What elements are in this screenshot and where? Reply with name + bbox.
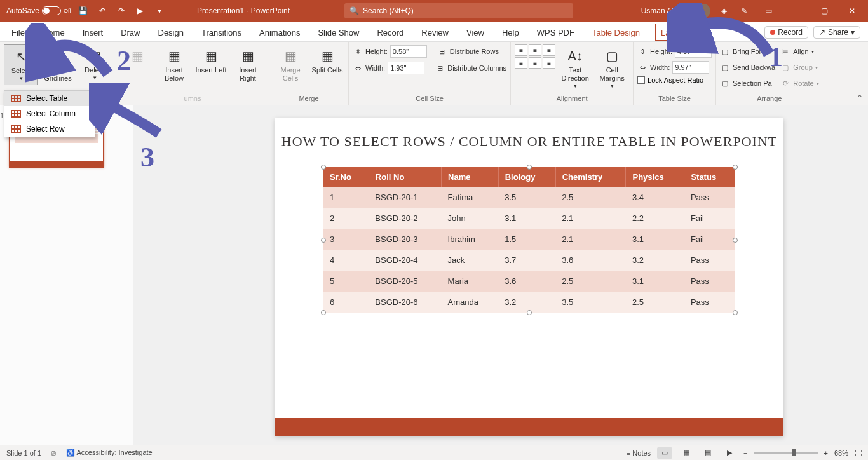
table-cell[interactable]: 2.1 [555, 229, 626, 250]
undo-icon[interactable]: ↶ [95, 4, 109, 18]
tab-file[interactable]: File [9, 24, 27, 41]
maximize-icon[interactable]: ▢ [813, 0, 835, 22]
close-icon[interactable]: ✕ [841, 0, 863, 22]
insert-left-button[interactable]: ▦Insert Left [194, 44, 228, 77]
table-row[interactable]: 2BSGD-20-2John3.12.12.2Fail [323, 208, 735, 229]
normal-view-button[interactable]: ▭ [657, 447, 672, 459]
tab-transitions[interactable]: Transitions [199, 24, 244, 41]
table-cell[interactable]: 3.6 [498, 271, 555, 292]
split-cells-button[interactable]: ▦Split Cells [310, 44, 344, 77]
table-cell[interactable]: 2.2 [626, 208, 684, 229]
selection-pane-button[interactable]: ▢Selection Pa [720, 76, 775, 90]
table-cell[interactable]: 4 [323, 250, 369, 271]
slideshow-icon[interactable]: ▶ [133, 4, 147, 18]
zoom-in-button[interactable]: + [824, 449, 828, 457]
table-cell[interactable]: 2.5 [555, 271, 626, 292]
language-icon[interactable]: ⎚ [51, 449, 56, 457]
fit-button[interactable]: ⛶ [855, 449, 862, 457]
align-middle-button[interactable]: ≡ [529, 57, 541, 69]
insert-right-button[interactable]: ▦Insert Right [231, 44, 265, 85]
text-direction-button[interactable]: A↕Text Direction▾ [558, 44, 592, 92]
tab-view[interactable]: View [464, 24, 487, 41]
table-row[interactable]: 4BSGD-20-4Jack3.73.63.2Pass [323, 250, 735, 271]
select-row-item[interactable]: Select Row [4, 121, 95, 137]
table-cell[interactable]: 3.1 [498, 208, 555, 229]
table-cell[interactable]: BSGD-20-3 [369, 229, 441, 250]
table-cell[interactable]: 2.5 [626, 292, 684, 313]
table-cell[interactable]: 2.5 [555, 187, 626, 208]
insert-below-button[interactable]: ▦Insert Below [157, 44, 191, 85]
select-column-item[interactable]: Select Column [4, 106, 95, 121]
share-button[interactable]: ↗Share▾ [813, 26, 860, 39]
tab-review[interactable]: Review [419, 24, 451, 41]
table-cell[interactable]: Pass [684, 271, 735, 292]
table-cell[interactable]: 1 [323, 187, 369, 208]
align-bottom-button[interactable]: ≡ [543, 57, 555, 69]
table-cell[interactable]: 6 [323, 292, 369, 313]
table-cell[interactable]: Pass [684, 187, 735, 208]
table-cell[interactable]: 3.5 [555, 292, 626, 313]
search-box[interactable]: 🔍 [344, 3, 573, 18]
table-cell[interactable]: 3.4 [626, 187, 684, 208]
tab-wpspdf[interactable]: WPS PDF [534, 24, 577, 41]
table-row[interactable]: 3BSGD-20-3Ibrahim1.52.13.1Fail [323, 229, 735, 250]
distribute-rows-button[interactable]: Distribute Rows [450, 48, 499, 55]
table-cell[interactable]: BSGD-20-1 [369, 187, 441, 208]
table-cell[interactable]: 2 [323, 208, 369, 229]
tab-slideshow[interactable]: Slide Show [315, 24, 362, 41]
cell-margins-button[interactable]: ▢Cell Margins▾ [595, 44, 629, 92]
sorter-view-button[interactable]: ▦ [679, 447, 694, 459]
select-table-item[interactable]: Select Table [4, 91, 95, 106]
tab-draw[interactable]: Draw [118, 24, 142, 41]
table-row[interactable]: 5BSGD-20-5Maria3.62.53.1Pass [323, 271, 735, 292]
table-cell[interactable]: 3.5 [498, 187, 555, 208]
table-cell[interactable]: Ibrahim [442, 229, 499, 250]
table-cell[interactable]: 3.1 [626, 271, 684, 292]
table-cell[interactable]: 3.6 [555, 250, 626, 271]
table-cell[interactable]: BSGD-20-6 [369, 292, 441, 313]
accessibility-button[interactable]: ♿ Accessibility: Investigate [66, 449, 153, 457]
align-center-button[interactable]: ≡ [529, 44, 541, 56]
table-cell[interactable]: 3 [323, 229, 369, 250]
table-cell[interactable]: BSGD-20-4 [369, 250, 441, 271]
save-icon[interactable]: 💾 [76, 4, 90, 18]
redo-icon[interactable]: ↷ [114, 4, 128, 18]
table-cell[interactable]: 5 [323, 271, 369, 292]
table-cell[interactable]: 3.7 [498, 250, 555, 271]
table-cell[interactable]: 2.1 [555, 208, 626, 229]
align-top-button[interactable]: ≡ [515, 57, 527, 69]
table-cell[interactable]: BSGD-20-2 [369, 208, 441, 229]
cell-height-input[interactable]: 0.58" [390, 45, 427, 58]
tab-help[interactable]: Help [499, 24, 522, 41]
distribute-columns-button[interactable]: Distribute Columns [447, 64, 506, 72]
table-cell[interactable]: 3.2 [626, 250, 684, 271]
cell-width-input[interactable]: 1.93" [388, 62, 424, 74]
reading-view-button[interactable]: ▤ [700, 447, 715, 459]
zoom-out-button[interactable]: − [743, 449, 747, 457]
qat-more-icon[interactable]: ▾ [153, 4, 166, 18]
zoom-slider[interactable] [754, 452, 818, 454]
autosave-toggle[interactable]: AutoSave Off [6, 6, 71, 15]
slide-table[interactable]: Sr.NoRoll NoNameBiologyChemistryPhysicsS… [323, 167, 735, 313]
table-cell[interactable]: 3.2 [498, 292, 555, 313]
table-row[interactable]: 1BSGD-20-1Fatima3.52.53.4Pass [323, 187, 735, 208]
table-cell[interactable]: Fatima [442, 187, 499, 208]
table-cell[interactable]: Amanda [442, 292, 499, 313]
tab-record[interactable]: Record [374, 24, 406, 41]
lock-aspect-checkbox[interactable]: Lock Aspect Ratio [637, 76, 703, 84]
tab-design[interactable]: Design [156, 24, 186, 41]
table-cell[interactable]: Maria [442, 271, 499, 292]
collapse-ribbon-icon[interactable]: ⌃ [857, 93, 863, 102]
tab-tabledesign[interactable]: Table Design [590, 24, 642, 41]
notes-button[interactable]: ≡ Notes [627, 449, 651, 457]
table-cell[interactable]: Pass [684, 250, 735, 271]
table-cell[interactable]: Jack [442, 250, 499, 271]
table-cell[interactable]: Fail [684, 208, 735, 229]
search-input[interactable] [363, 6, 568, 15]
tab-animations[interactable]: Animations [257, 24, 302, 41]
table-cell[interactable]: Fail [684, 229, 735, 250]
align-left-button[interactable]: ≡ [515, 44, 527, 56]
align-right-button[interactable]: ≡ [543, 44, 555, 56]
slide-canvas[interactable]: HOW TO SELECT ROWS / COLUMN OR ENTIRE TA… [133, 105, 868, 445]
table-cell[interactable]: 3.1 [626, 229, 684, 250]
